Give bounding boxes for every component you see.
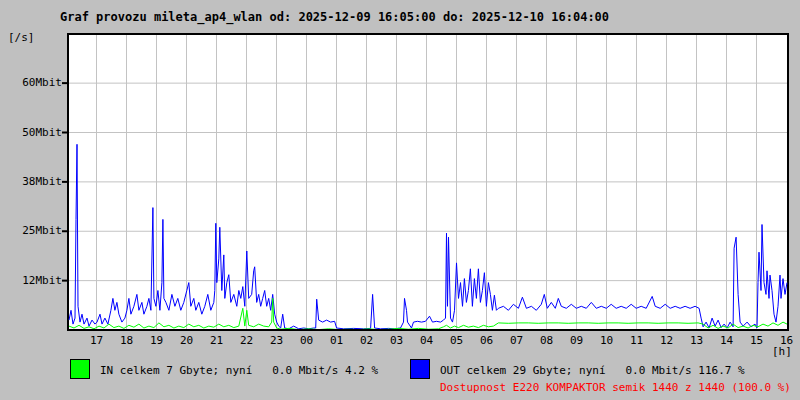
y-axis-unit-label: [/s] <box>8 31 35 44</box>
in-legend-swatch <box>70 359 90 379</box>
graph-title: Graf provozu mileta_ap4_wlan od: 2025-12… <box>60 10 609 24</box>
out-legend-label: OUT celkem 29 Gbyte; nyní 0.0 Mbit/s 116… <box>440 364 745 377</box>
availability-status-text: Dostupnost E220 KOMPAKTOR semik 1440 z 1… <box>440 381 791 394</box>
in-legend-label: IN celkem 7 Gbyte; nyní 0.0 Mbit/s 4.2 % <box>100 364 378 377</box>
traffic-chart <box>0 0 800 400</box>
x-axis-unit-label: [h] <box>772 345 792 358</box>
out-legend-swatch <box>410 359 430 379</box>
traffic-graph-page: { "title": "Graf provozu mileta_ap4_wlan… <box>0 0 800 400</box>
